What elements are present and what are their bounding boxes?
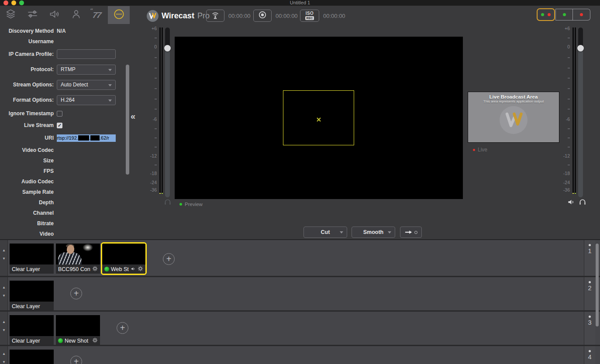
move-layer-down-button[interactable] (1, 328, 7, 333)
move-layer-down-button[interactable] (1, 360, 7, 364)
webcam-highlight (83, 244, 93, 251)
video-codec-label: Video Codec (0, 147, 57, 153)
preview-dot-icon (563, 13, 566, 16)
layer-number-cell[interactable]: 2 (584, 277, 595, 310)
discovery-method-label: Discovery Method (0, 28, 57, 34)
shot-label: Clear Layer (12, 303, 52, 309)
live-area-subtitle: This area represents application output (468, 100, 559, 103)
selection-center-handle[interactable] (317, 116, 321, 120)
iso-timer: 00:00:00 (323, 13, 345, 19)
channel-label: Channel (0, 210, 57, 216)
mute-speaker-icon[interactable] (567, 198, 575, 206)
live-stream-label: Live Stream (0, 122, 57, 128)
depth-label: Depth (0, 199, 57, 206)
layout-preview-live-button[interactable] (537, 8, 555, 21)
shot-bcc950[interactable]: BCC950 Conf (56, 244, 100, 274)
meter-bars (572, 27, 576, 194)
go-transition-button[interactable] (400, 227, 422, 238)
gear-icon[interactable] (92, 337, 98, 345)
brand: Wirecast Pro (147, 10, 210, 22)
layout-preview-only-button[interactable] (555, 9, 573, 21)
move-layer-up-button[interactable] (1, 319, 7, 325)
iso-record-button[interactable]: ISO REC (300, 10, 319, 22)
layer-number-cell[interactable]: 1 (584, 240, 595, 276)
sidebar-scrollbar[interactable] (126, 65, 129, 175)
more-ellipsis-icon (113, 8, 125, 22)
shot-new-shot[interactable]: New Shot (56, 315, 100, 345)
preview-canvas[interactable] (175, 37, 463, 199)
gear-icon[interactable] (92, 265, 98, 273)
tab-playlist[interactable]: 77 (87, 6, 107, 24)
stream-options-select[interactable]: Auto Detect (57, 80, 116, 90)
shot-thumbnail (102, 244, 145, 264)
live-caption-text: Live (478, 147, 487, 153)
ip-camera-profile-input[interactable] (57, 49, 116, 59)
uri-text-suffix: .62/r (100, 135, 109, 141)
format-options-select[interactable]: H.264 (57, 95, 116, 105)
layout-live-only-button[interactable] (573, 9, 590, 21)
tab-more-selected[interactable] (108, 6, 130, 24)
live-green-dot-icon (58, 338, 63, 343)
transition-1-select[interactable]: Cut (303, 227, 347, 238)
preview-audio-meter: +6 0 -6 -12 -18 -24 -36 (145, 25, 172, 205)
add-shot-button[interactable] (70, 356, 82, 364)
shot-clear-layer[interactable]: Clear Layer (10, 281, 54, 310)
volume-fader-knob[interactable] (577, 45, 584, 52)
layer-dot-icon (589, 350, 591, 352)
layer-dot-icon (589, 316, 591, 318)
protocol-select[interactable]: RTMP (57, 65, 116, 75)
layer-number: 1 (584, 247, 595, 254)
monitor-headphone-icon[interactable] (579, 198, 586, 206)
shot-clear-layer[interactable]: Clear Layer (10, 244, 54, 274)
size-label: Size (0, 158, 57, 164)
add-shot-button[interactable] (70, 288, 82, 299)
gear-icon[interactable] (138, 265, 143, 273)
tab-audio[interactable] (45, 6, 64, 24)
live-stream-checkbox[interactable] (57, 123, 62, 128)
iso-timer-group: ISO REC 00:00:00 (300, 10, 345, 22)
shot-clear-layer[interactable] (10, 350, 54, 364)
live-caption: Live (473, 147, 487, 153)
collapse-sidebar-chevron-icon[interactable] (131, 111, 135, 121)
volume-fader-track[interactable] (165, 27, 170, 197)
tab-guest[interactable] (66, 6, 86, 24)
move-layer-up-button[interactable] (1, 248, 7, 253)
shot-clear-layer[interactable]: Clear Layer (10, 315, 54, 345)
layer-number-cell[interactable]: 4 (584, 346, 595, 364)
move-layer-down-button[interactable] (1, 293, 7, 299)
live-broadcast-area: Live Broadcast Area This area represents… (468, 92, 559, 143)
stream-button[interactable] (206, 10, 224, 22)
layer-row-2: Clear Layer 2 (0, 277, 600, 310)
iso-label: ISO (306, 11, 314, 16)
move-layer-up-button[interactable] (1, 351, 7, 357)
stream-options-label: Stream Options: (0, 82, 57, 88)
shot-thumbnail (10, 315, 54, 336)
shot-thumbnail (56, 315, 100, 336)
audio-speaker-icon[interactable] (131, 265, 136, 273)
add-shot-button[interactable] (163, 253, 175, 265)
meter-ticks (567, 25, 570, 205)
volume-fader-track[interactable] (578, 27, 583, 197)
layers-scrollbar[interactable] (596, 244, 599, 326)
uri-text-prefix: rtsp://192. (57, 135, 78, 141)
record-button[interactable] (253, 10, 272, 22)
tab-shot-layers[interactable] (1, 6, 20, 24)
record-timer-group: 00:00:00 (253, 10, 298, 22)
tab-adjustments[interactable] (23, 6, 42, 24)
broadcast-wifi-icon (210, 10, 221, 21)
discovery-method-value: N/A (57, 28, 66, 34)
move-layer-up-button[interactable] (1, 285, 7, 290)
move-layer-down-button[interactable] (1, 256, 7, 261)
monitor-headphone-icon[interactable] (164, 198, 172, 206)
shot-web-stream-selected[interactable]: Web St (101, 242, 147, 275)
layer-number-cell[interactable]: 3 (584, 312, 595, 345)
ignore-timestamp-checkbox[interactable] (57, 111, 62, 117)
add-shot-button[interactable] (117, 322, 128, 334)
shot-label: Web St (111, 266, 129, 272)
layer-row-3: Clear Layer New Shot 3 (0, 312, 600, 345)
go-circle-icon (414, 231, 417, 234)
volume-fader-knob[interactable] (164, 45, 171, 52)
layers-stack-icon (5, 8, 17, 22)
transition-2-select[interactable]: Smooth (352, 227, 395, 238)
uri-field[interactable]: rtsp://192...62/r (57, 134, 116, 142)
